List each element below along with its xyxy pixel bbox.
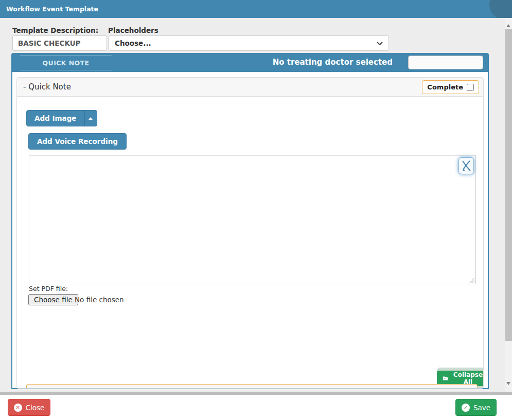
add-image-dropdown-toggle[interactable]: [84, 111, 97, 126]
titlebar-corner-decoration: [489, 0, 512, 18]
quick-note-panel: - Quick Note Complete Add Image Add Voic…: [16, 77, 484, 389]
placeholders-select[interactable]: Choose...: [108, 35, 389, 51]
folder-open-icon: [443, 375, 449, 381]
chevron-down-icon: [376, 40, 383, 47]
close-button-label: Close: [26, 404, 45, 412]
complete-label: Complete: [427, 83, 463, 91]
add-image-split-button: Add Image: [26, 110, 97, 126]
set-pdf-label: Set PDF file:: [29, 285, 68, 293]
dialog-footer: ✕ Close ✓ Save: [0, 395, 512, 420]
add-image-button[interactable]: Add Image: [27, 111, 84, 126]
treating-doctor-status: No treating doctor selected: [273, 53, 393, 71]
scroll-up-arrow-icon[interactable]: [506, 24, 510, 27]
scrollbar-thumb[interactable]: [505, 29, 512, 341]
check-circle-icon: ✓: [462, 404, 470, 412]
dialog-titlebar: Workflow Event Template: [0, 0, 512, 18]
template-description-input[interactable]: [12, 35, 107, 51]
choose-file-button[interactable]: Choose file: [28, 294, 78, 305]
signature-icon: [461, 160, 471, 172]
placeholders-selected-value: Choose...: [115, 39, 151, 47]
quick-note-textarea[interactable]: [29, 155, 476, 284]
save-button[interactable]: ✓ Save: [455, 399, 497, 416]
save-button-label: Save: [473, 404, 490, 412]
placeholders-label: Placeholders: [108, 26, 158, 34]
tab-quick-note[interactable]: QUICK NOTE: [20, 55, 112, 70]
close-circle-icon: ✕: [14, 404, 22, 412]
workflow-event-template-dialog: Workflow Event Template Template Descrip…: [0, 0, 512, 420]
scroll-down-arrow-icon[interactable]: [506, 382, 510, 385]
complete-checkbox[interactable]: [467, 84, 474, 91]
complete-toggle[interactable]: Complete: [422, 80, 479, 94]
template-description-label: Template Description:: [12, 26, 98, 34]
vertical-scrollbar[interactable]: [505, 18, 512, 392]
section-tabbar: QUICK NOTE No treating doctor selected: [12, 53, 488, 72]
event-date-input[interactable]: [409, 56, 483, 69]
close-button[interactable]: ✕ Close: [8, 399, 50, 416]
event-date-group: [408, 56, 483, 69]
add-voice-recording-button[interactable]: Add Voice Recording: [28, 133, 127, 150]
quick-note-panel-title: Quick Note: [28, 82, 71, 92]
next-section-header-peek[interactable]: [26, 384, 478, 389]
signature-shortcut-button[interactable]: [458, 157, 474, 174]
quick-note-panel-header[interactable]: - Quick Note Complete: [17, 78, 483, 97]
caret-up-icon: [89, 117, 93, 120]
event-section: QUICK NOTE No treating doctor selected: [11, 53, 489, 389]
collapse-all-label: Collapse All: [452, 371, 484, 386]
collapse-indicator: -: [23, 82, 26, 92]
file-chosen-status: No file chosen: [75, 296, 124, 304]
dialog-title: Workflow Event Template: [6, 0, 98, 18]
